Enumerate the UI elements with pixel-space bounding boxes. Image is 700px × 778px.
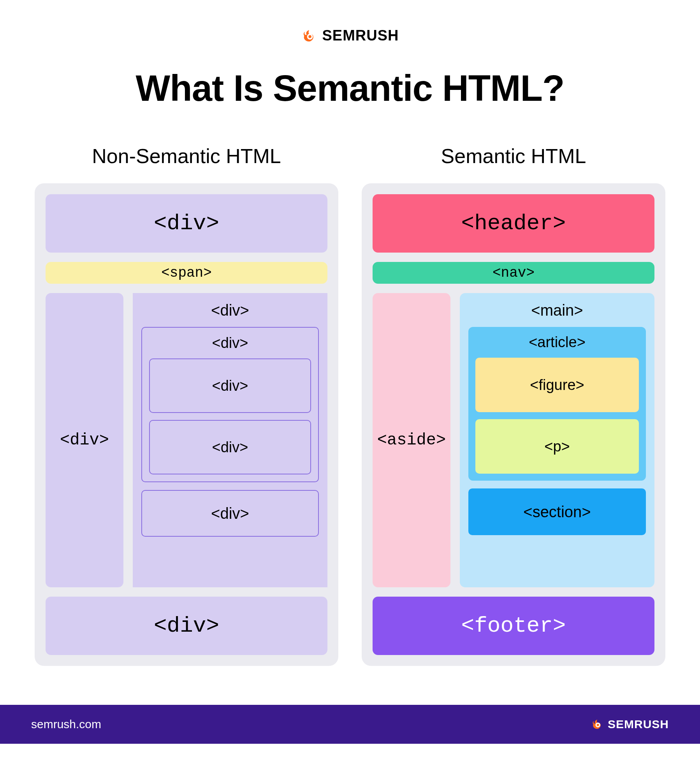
semantic-column: Semantic HTML <header> <nav> <aside> <ma… (362, 144, 665, 666)
sm-article-label: <article> (475, 334, 639, 351)
footer-brand: SEMRUSH (591, 718, 669, 731)
sm-aside-box: <aside> (373, 293, 450, 587)
footer-brand-name: SEMRUSH (608, 718, 669, 731)
brand-header: SEMRUSH (31, 27, 669, 44)
ns-span-box: <span> (46, 262, 327, 284)
non-semantic-column: Non-Semantic HTML <div> <span> <div> <di… (35, 144, 338, 666)
ns-inner-label: <div> (149, 335, 311, 351)
footer-url: semrush.com (31, 718, 101, 731)
semantic-heading: Semantic HTML (362, 144, 665, 168)
semantic-panel: <header> <nav> <aside> <main> <article> … (362, 183, 665, 666)
ns-footer-box: <div> (46, 597, 327, 655)
ns-inner-child-1: <div> (149, 358, 311, 413)
sm-main-box: <main> <article> <figure> <p> <section> (460, 293, 654, 587)
ns-main-box: <div> <div> <div> <div> <div> (133, 293, 327, 587)
non-semantic-panel: <div> <span> <div> <div> <div> <div> <di… (35, 183, 338, 666)
footer-bar: semrush.com SEMRUSH (0, 705, 700, 744)
content-area: SEMRUSH What Is Semantic HTML? Non-Seman… (0, 0, 700, 705)
ns-header-box: <div> (46, 194, 327, 253)
sm-figure-box: <figure> (475, 358, 639, 412)
svg-point-3 (597, 724, 599, 726)
brand-name: SEMRUSH (322, 27, 399, 44)
sm-body-row: <aside> <main> <article> <figure> <p> <s… (373, 293, 654, 587)
ns-inner-box: <div> <div> <div> (141, 327, 319, 482)
flame-icon (301, 28, 317, 44)
sm-header-box: <header> (373, 194, 654, 253)
ns-main-label: <div> (141, 302, 319, 319)
flame-icon (591, 718, 604, 731)
sm-main-label: <main> (468, 302, 646, 319)
svg-point-1 (309, 35, 312, 38)
columns: Non-Semantic HTML <div> <span> <div> <di… (31, 144, 669, 666)
non-semantic-heading: Non-Semantic HTML (35, 144, 338, 168)
sm-footer-box: <footer> (373, 597, 654, 655)
sm-nav-box: <nav> (373, 262, 654, 284)
sm-p-box: <p> (475, 419, 639, 474)
ns-inner-child-2: <div> (149, 420, 311, 474)
ns-body-row: <div> <div> <div> <div> <div> <div> (46, 293, 327, 587)
sm-article-box: <article> <figure> <p> (468, 327, 646, 481)
page-title: What Is Semantic HTML? (31, 67, 669, 109)
page: SEMRUSH What Is Semantic HTML? Non-Seman… (0, 0, 700, 744)
ns-aside-box: <div> (46, 293, 123, 587)
sm-section-box: <section> (468, 488, 646, 535)
ns-section-box: <div> (141, 490, 319, 537)
